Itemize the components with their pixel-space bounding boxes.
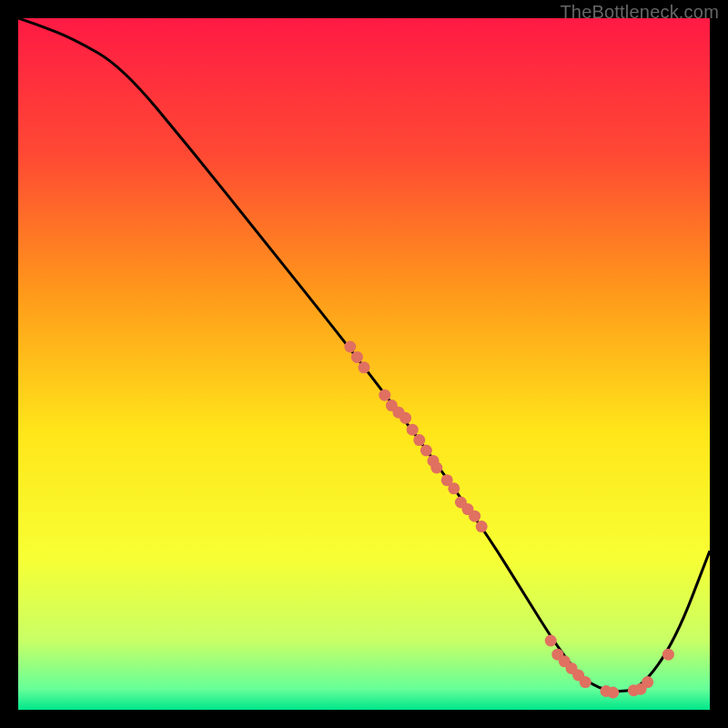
data-point <box>545 635 557 647</box>
data-point <box>379 389 390 401</box>
data-point <box>399 412 411 424</box>
data-point <box>580 676 592 688</box>
data-point <box>359 361 370 373</box>
data-point <box>407 424 419 436</box>
data-point <box>351 351 363 363</box>
data-point <box>448 482 460 494</box>
data-point <box>607 687 619 699</box>
data-point <box>344 341 356 353</box>
data-point <box>662 649 674 661</box>
bottleneck-plot <box>18 18 710 710</box>
data-point <box>413 434 425 446</box>
data-point <box>642 676 653 688</box>
data-point <box>476 521 488 532</box>
data-point <box>469 511 480 522</box>
data-point <box>430 462 442 474</box>
chart-frame: TheBottleneck.com <box>0 0 728 728</box>
data-point <box>420 445 432 457</box>
